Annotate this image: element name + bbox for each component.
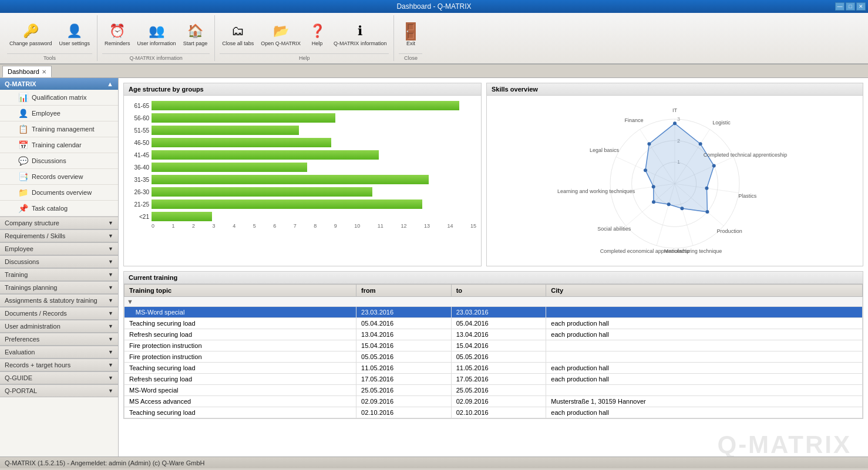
table-row[interactable]: Teaching securing load05.04.201605.04.20… [125,318,863,329]
sidebar: Q-MATRIX ▲ 📊 Qualification matrix 👤 Empl… [0,78,119,457]
table-row[interactable]: MS-Word special25.05.201625.05.2016 [125,385,863,396]
user-information-icon: 👥 [147,22,166,40]
sidebar-section-employee[interactable]: Employee ▼ [0,242,118,255]
exit-button[interactable]: 🚪 Exit [399,20,422,49]
sidebar-section-user-administration[interactable]: User administration ▼ [0,320,118,333]
trainings-planning-label: Trainings planning [5,284,57,291]
cell-city: each production hall [546,374,863,385]
minimize-button[interactable]: — [835,2,845,11]
sidebar-item-training-management[interactable]: 📋 Training management [0,121,118,137]
qmatrix-information-label: Q-MATRIX information [334,40,386,47]
evaluation-label: Evaluation [5,349,35,356]
table-row[interactable]: Fire protection instruction05.05.201605.… [125,351,863,363]
cell-topic: Fire protection instruction [125,351,356,363]
sidebar-section-documents-records[interactable]: Documents / Records ▼ [0,307,118,320]
training-arrow: ▼ [108,272,113,278]
reminders-button[interactable]: ⏰ Reminders [102,20,133,49]
sidebar-item-employee[interactable]: 👤 Employee [0,106,118,121]
sidebar-item-documents-overview[interactable]: 📁 Documents overview [0,185,118,201]
change-password-button[interactable]: 🔑 Change password [7,20,55,49]
sidebar-collapse-icon[interactable]: ▲ [107,80,113,87]
sidebar-item-qualification-matrix[interactable]: 📊 Qualification matrix [0,90,118,106]
axis-label: 1 [172,223,175,229]
bar-row: 51-55 [129,125,476,136]
ribbon-group-help: 🗂 Close all tabs 📂 Open Q-MATRIX ❓ Help … [215,15,394,61]
sidebar-section-records-target-hours[interactable]: Records + target hours ▼ [0,359,118,371]
training-management-label: Training management [32,126,95,133]
svg-point-24 [667,202,671,206]
sidebar-section-training[interactable]: Training ▼ [0,268,118,281]
cell-from: 02.09.2016 [356,396,452,407]
tab-close-icon[interactable]: ✕ [42,69,46,75]
cell-topic: MS-Word special [125,385,356,396]
cell-from: 05.05.2016 [356,351,452,363]
qmatrix-information-button[interactable]: ℹ Q-MATRIX information [331,20,389,49]
ribbon-group-close: 🚪 Exit Close [394,15,427,61]
user-information-button[interactable]: 👥 User information [135,20,179,49]
sidebar-item-task-catalog[interactable]: 📌 Task catalog [0,201,118,217]
svg-point-26 [652,185,655,188]
sidebar-section-q-guide[interactable]: Q-GUIDE ▼ [0,371,118,384]
watermark-line1: Q-MATRIX [135,431,852,457]
sidebar-section-preferences[interactable]: Preferences ▼ [0,333,118,346]
table-row[interactable]: Fire protection instruction15.04.201615.… [125,340,863,351]
documents-overview-label: Documents overview [32,189,92,196]
table-row[interactable]: MS Access advanced02.09.201602.09.2016Mu… [125,396,863,407]
age-chart-title: Age structure by groups [124,83,481,96]
close-button[interactable]: ✕ [856,2,866,11]
sidebar-section-company-structure[interactable]: Company structure ▼ [0,217,118,229]
assignments-statutory-arrow: ▼ [108,297,113,303]
start-page-button[interactable]: 🏠 Start page [181,20,210,49]
sidebar-item-records-overview[interactable]: 📑 Records overview [0,169,118,185]
axis-label: 13 [424,223,430,229]
tab-dashboard[interactable]: Dashboard ✕ [2,66,52,77]
cell-from: 11.05.2016 [356,363,452,374]
skills-chart-title: Skills overview [487,83,863,96]
svg-text:3: 3 [677,116,680,122]
close-all-tabs-button[interactable]: 🗂 Close all tabs [220,20,256,49]
cell-from: 17.05.2016 [356,374,452,385]
svg-point-20 [712,164,716,168]
table-row[interactable]: Teaching securing load02.10.201602.10.20… [125,407,863,418]
table-row[interactable]: ▶ MS-Word special23.03.201623.03.2016 [125,307,863,318]
sidebar-section-evaluation[interactable]: Evaluation ▼ [0,346,118,359]
help-button[interactable]: ❓ Help [305,20,329,49]
bar-container [152,126,476,135]
training-label: Training [5,271,28,278]
user-settings-button[interactable]: 👤 User settings [57,20,93,49]
skills-chart-panel: Skills overview 123ITLogisticCompleted t… [486,83,863,266]
open-qmatrix-button[interactable]: 📂 Open Q-MATRIX [258,20,303,49]
sidebar-section-discussions[interactable]: Discussions ▼ [0,255,118,268]
assignments-statutory-label: Assignments & statutory training [5,297,97,304]
q-guide-arrow: ▼ [108,375,113,381]
sidebar-section-q-portal[interactable]: Q-PORTAL ▼ [0,384,118,397]
table-row[interactable]: Refresh securing load17.05.201617.05.201… [125,374,863,385]
maximize-button[interactable]: □ [846,2,855,11]
cell-topic: Teaching securing load [125,318,356,329]
cell-topic: Refresh securing load [125,329,356,340]
ribbon: 🔑 Change password 👤 User settings Tools … [0,13,868,65]
sidebar-section-requirements-skills[interactable]: Requirements / Skills ▼ [0,229,118,242]
sidebar-section-trainings-planning[interactable]: Trainings planning ▼ [0,281,118,294]
qmatrix-information-icon: ℹ [351,22,369,40]
filter-cell: ▼ [125,297,863,307]
records-overview-icon: 📑 [18,171,28,182]
sidebar-item-discussions[interactable]: 💬 Discussions [0,153,118,169]
bar-container [152,175,476,184]
axis-label: 4 [233,223,235,229]
expand-icon[interactable]: ▶ [129,309,136,316]
user-settings-label: User settings [59,40,90,47]
table-row[interactable]: Refresh securing load13.04.201613.04.201… [125,329,863,340]
sidebar-section-assignments-statutory[interactable]: Assignments & statutory training ▼ [0,294,118,307]
bar-fill [152,138,331,147]
cell-to: 02.09.2016 [451,396,546,407]
task-catalog-label: Task catalog [32,205,68,212]
cell-to: 17.05.2016 [451,374,546,385]
table-row[interactable]: Teaching securing load11.05.201611.05.20… [125,363,863,374]
discussions-section-label: Discussions [5,258,39,265]
bar-container [152,101,476,110]
sidebar-item-training-calendar[interactable]: 📅 Training calendar [0,137,118,153]
bar-label: 61-65 [129,103,149,109]
svg-text:Completed economical apprentic: Completed economical apprenticeship [600,248,690,254]
bar-label: 56-60 [129,115,149,121]
